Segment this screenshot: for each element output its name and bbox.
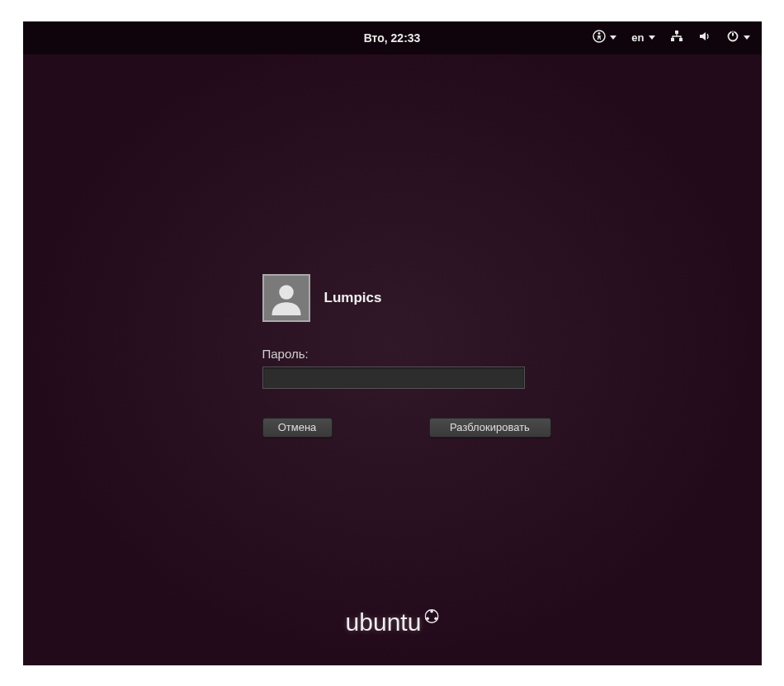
login-form: Lumpics Пароль: Отмена Разблокировать [262,274,551,438]
network-icon [670,30,683,45]
username-label: Lumpics [324,290,382,306]
password-input[interactable] [262,367,525,389]
power-menu[interactable] [726,30,750,45]
svg-point-8 [279,285,294,300]
user-row: Lumpics [262,274,551,322]
logo-text: ubuntu [346,608,422,636]
password-label: Пароль: [262,347,551,361]
ubuntu-logo: ubuntu [346,608,439,636]
svg-point-1 [598,32,601,35]
language-indicator: en [631,31,644,44]
lock-screen: Вто, 22:33 en [23,21,762,665]
top-panel: Вто, 22:33 en [23,21,762,54]
button-row: Отмена Разблокировать [262,418,551,438]
chevron-down-icon [610,35,616,40]
svg-rect-7 [731,31,734,33]
cancel-button[interactable]: Отмена [262,418,333,438]
unlock-button[interactable]: Разблокировать [429,418,551,438]
clock[interactable]: Вто, 22:33 [364,31,421,45]
circle-of-friends-icon [424,615,438,629]
keyboard-layout-menu[interactable]: en [631,31,654,44]
volume-icon [698,30,711,45]
avatar [262,274,310,322]
network-indicator[interactable] [670,30,683,45]
svg-rect-4 [679,38,682,41]
user-icon [269,281,304,315]
chevron-down-icon [744,35,750,40]
sound-indicator[interactable] [698,30,711,45]
svg-rect-2 [675,31,678,34]
svg-point-12 [434,617,437,621]
chevron-down-icon [649,35,655,40]
svg-point-10 [430,610,433,613]
system-indicators: en [593,30,749,45]
svg-point-11 [426,617,429,621]
accessibility-menu[interactable] [593,30,616,45]
power-icon [726,30,739,45]
svg-rect-3 [671,38,674,41]
accessibility-icon [593,30,606,45]
